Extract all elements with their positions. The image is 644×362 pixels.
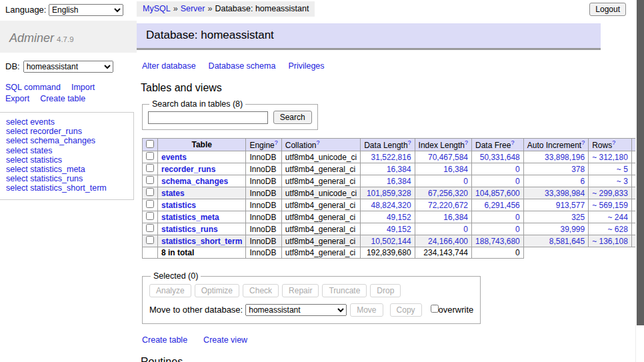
engine-help-link[interactable]: ? — [275, 139, 278, 146]
analyze-button[interactable]: Analyze — [149, 284, 191, 297]
row-checkbox[interactable] — [146, 164, 154, 172]
row-checkbox[interactable] — [146, 212, 154, 220]
table-link[interactable]: statistics_meta — [161, 213, 219, 222]
main-content: MySQL»Server»Database: homeassistant Dat… — [137, 0, 601, 362]
routines-title: Routines — [141, 356, 601, 362]
table-row-statistics: statistics InnoDB utf8mb4_general_ci 48,… — [143, 199, 644, 211]
db-label: DB: — [5, 61, 20, 71]
sidebar-item-select-states[interactable]: select states — [6, 146, 133, 155]
total-label: 8 in total — [158, 247, 246, 259]
tables-and-views-title: Tables and views — [141, 82, 601, 94]
breadcrumb-current: Database: homeassistant — [215, 4, 309, 13]
selected-buttons-row: AnalyzeOptimizeCheckRepairTruncateDrop — [149, 284, 473, 297]
column-header-rows: Rows? — [589, 139, 632, 151]
sidebar-item-select-statistics-short-term[interactable]: select statistics_short_term — [6, 183, 133, 193]
create-view-link[interactable]: Create view — [203, 335, 247, 345]
search-button[interactable]: Search — [273, 111, 312, 124]
check-button[interactable]: Check — [243, 284, 279, 297]
row-checkbox[interactable] — [146, 176, 154, 184]
table-row-states: states InnoDB utf8mb4_unicode_ci 101,859… — [143, 187, 644, 199]
breadcrumb-separator: » — [173, 4, 178, 13]
copy-button[interactable]: Copy — [390, 303, 422, 317]
sidebar-link-import[interactable]: Import — [71, 83, 95, 92]
table-link[interactable]: recorder_runs — [161, 165, 215, 174]
breadcrumb-separator: » — [207, 4, 212, 13]
search-input[interactable] — [148, 111, 268, 124]
repair-button[interactable]: Repair — [282, 284, 319, 297]
table-footer-row: 8 in total InnoDB utf8mb4_general_ci 192… — [143, 247, 644, 259]
app-version: 4.7.9 — [57, 35, 74, 43]
app-name: Adminer — [9, 31, 54, 45]
scrollbar-thumb[interactable] — [637, 0, 644, 325]
selected-legend: Selected (0) — [151, 271, 201, 281]
language-select[interactable]: English — [49, 4, 123, 16]
table-link[interactable]: statistics_runs — [161, 225, 218, 234]
database-links: Alter databaseDatabase schemaPrivileges — [142, 61, 601, 71]
move-row: Move to other database:homeassistantMove… — [149, 303, 473, 317]
selected-fieldset: Selected (0) AnalyzeOptimizeCheckRepairT… — [142, 271, 481, 324]
privileges-link[interactable]: Privileges — [288, 61, 324, 71]
move-database-select[interactable]: homeassistant — [245, 304, 347, 316]
optimize-button[interactable]: Optimize — [195, 284, 239, 297]
table-link[interactable]: statistics_short_term — [161, 237, 242, 246]
table-link[interactable]: events — [161, 153, 187, 162]
column-header-index-length: Index Length? — [415, 139, 471, 151]
table-row-statistics-short-term: statistics_short_term InnoDB utf8mb4_gen… — [143, 235, 644, 247]
select-all-checkbox[interactable] — [146, 140, 154, 148]
logout-button[interactable]: Logout — [589, 3, 626, 16]
sidebar-item-select-statistics-runs[interactable]: select statistics_runs — [6, 174, 133, 183]
truncate-button[interactable]: Truncate — [322, 284, 367, 297]
collation-help-link[interactable]: ? — [316, 139, 319, 146]
table-link[interactable]: schema_changes — [161, 177, 228, 186]
sidebar-item-select-statistics-meta[interactable]: select statistics_meta — [6, 165, 133, 174]
overwrite-label: overwrite — [439, 305, 474, 315]
rows-help-link[interactable]: ? — [612, 139, 615, 146]
drop-button[interactable]: Drop — [370, 284, 401, 297]
row-checkbox[interactable] — [146, 236, 154, 244]
move-label: Move to other database: — [149, 305, 243, 315]
breadcrumb-link-mysql[interactable]: MySQL — [143, 4, 171, 13]
column-header-table: Table — [158, 139, 246, 151]
breadcrumb: MySQL»Server»Database: homeassistant — [137, 1, 315, 17]
row-checkbox[interactable] — [146, 200, 154, 208]
sidebar-link-sql-command[interactable]: SQL command — [5, 83, 61, 92]
sidebar-item-select-statistics[interactable]: select statistics — [6, 155, 133, 165]
app-title: Adminer4.7.9 — [0, 21, 137, 53]
language-label: Language: — [5, 5, 46, 15]
sidebar-item-select-schema-changes[interactable]: select schema_changes — [6, 136, 133, 145]
sidebar-tables-list: select events select recorder_runs selec… — [0, 112, 134, 200]
data-free-help-link[interactable]: ? — [511, 139, 514, 146]
sidebar-item-select-recorder-runs[interactable]: select recorder_runs — [6, 127, 133, 136]
page-title: Database: homeassistant — [137, 23, 601, 50]
row-checkbox[interactable] — [146, 152, 154, 160]
table-link[interactable]: statistics — [161, 201, 196, 210]
row-checkbox[interactable] — [146, 224, 154, 232]
overwrite-checkbox[interactable] — [431, 305, 439, 313]
breadcrumb-link-server[interactable]: Server — [181, 4, 205, 13]
row-checkbox[interactable] — [146, 188, 154, 196]
table-row-statistics-runs: statistics_runs InnoDB utf8mb4_general_c… — [143, 223, 644, 235]
sidebar-actions: SQL commandImport ExportCreate table — [0, 74, 137, 106]
db-select[interactable]: homeassistant — [23, 61, 113, 73]
table-link[interactable]: states — [161, 189, 185, 198]
sidebar-item-select-events[interactable]: select events — [6, 117, 133, 127]
column-header-collation: Collation? — [281, 139, 360, 151]
create-links: Create tableCreate view — [142, 335, 601, 345]
index-length-help-link[interactable]: ? — [465, 139, 468, 146]
create-table-link[interactable]: Create table — [142, 335, 187, 345]
search-fieldset: Search data in tables (8) Search — [142, 99, 318, 130]
data-length-help-link[interactable]: ? — [408, 139, 411, 146]
move-button[interactable]: Move — [350, 303, 383, 317]
header-checkbox-cell — [143, 139, 158, 151]
database-schema-link[interactable]: Database schema — [209, 61, 276, 71]
sidebar-link-create-table[interactable]: Create table — [40, 94, 85, 103]
sidebar-link-export[interactable]: Export — [5, 94, 29, 103]
sidebar: Language: English Adminer4.7.9 DB: homea… — [0, 0, 137, 200]
auto-increment-help-link[interactable]: ? — [581, 139, 585, 146]
alter-database-link[interactable]: Alter database — [142, 61, 196, 71]
db-form: DB: homeassistant — [0, 53, 137, 74]
language-form: Language: English — [0, 0, 137, 19]
table-row-recorder-runs: recorder_runs InnoDB utf8mb4_general_ci … — [143, 163, 644, 175]
vertical-scrollbar[interactable] — [635, 0, 644, 362]
tables-overview-table: Table Engine? Collation? Data Length? In… — [142, 138, 644, 259]
